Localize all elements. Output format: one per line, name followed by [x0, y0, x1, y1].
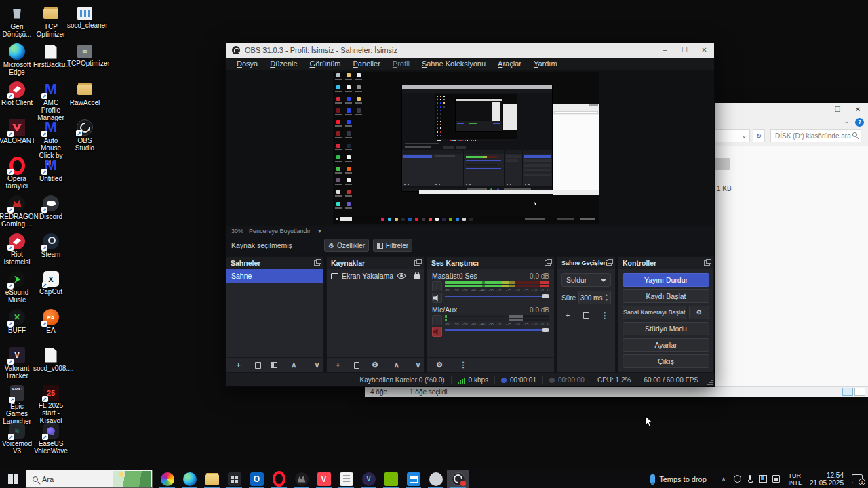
microphone-icon[interactable]	[747, 475, 754, 483]
notification-icon[interactable]: 1	[852, 474, 863, 483]
desktop-icon[interactable]: M↗AMC Profile Manager	[33, 81, 68, 121]
taskbar-app-voicemod[interactable]: V	[357, 470, 380, 488]
menu-dzenle[interactable]: Düzenle	[264, 60, 303, 68]
preview-fit-label[interactable]: Pencereye Boyutlandır	[249, 228, 311, 235]
desktop-icon[interactable]: ↗Discord	[33, 195, 68, 220]
explorer-minimize-button[interactable]: —	[807, 103, 827, 116]
taskbar-app-explorer[interactable]	[201, 470, 223, 488]
taskbar-app-obs[interactable]	[447, 470, 469, 488]
desktop-icon[interactable]: Microsoft Edge	[0, 43, 35, 76]
scene-up-button[interactable]: ∧	[288, 359, 300, 372]
weather-text[interactable]: Temps to drop	[659, 475, 707, 483]
remove-source-button[interactable]	[354, 362, 359, 369]
desktop-icon[interactable]: EA↗EA	[33, 309, 68, 334]
desktop-icon[interactable]: TCP Optimizer	[33, 5, 68, 38]
desktop-icon[interactable]: ✕↗BUFF	[0, 309, 35, 334]
add-transition-button[interactable]: +	[561, 309, 574, 321]
explorer-search-input[interactable]: DİSK (D:) klasöründe ara	[770, 129, 861, 142]
lock-icon[interactable]	[414, 274, 420, 279]
popout-icon[interactable]	[314, 260, 320, 266]
volume-slider[interactable]	[445, 293, 549, 299]
settings-button[interactable]: Ayarlar	[623, 338, 709, 352]
visibility-icon[interactable]	[397, 273, 406, 279]
taskbar-app-grayapp[interactable]	[425, 470, 447, 488]
desktop-icon[interactable]: M↗Untitled	[33, 157, 68, 182]
ribbon-collapse-icon[interactable]: ⌄	[844, 118, 849, 125]
desktop-icon[interactable]: ↗REDRAGON Gaming ...	[0, 195, 35, 228]
desktop-icon[interactable]: ↗VALORANT	[0, 119, 35, 144]
desktop-icon[interactable]: ↗Riot Client	[0, 81, 35, 106]
refresh-button[interactable]: ↻	[753, 129, 765, 142]
taskbar-app-opera[interactable]	[268, 470, 290, 488]
desktop-icon[interactable]: socd_v008....	[33, 347, 68, 372]
add-source-button[interactable]: +	[332, 359, 344, 372]
mixer-menu-button[interactable]: ⋮	[456, 359, 470, 372]
language-indicator[interactable]: TURINTL	[788, 472, 802, 486]
advanced-audio-button[interactable]: ⚙	[433, 359, 446, 372]
virtual-camera-settings-button[interactable]: ⚙	[689, 306, 709, 319]
menu-dosya[interactable]: Dosya	[231, 60, 264, 68]
source-down-button[interactable]: ∨	[412, 359, 424, 372]
menu-aralar[interactable]: Araçlar	[492, 60, 528, 68]
popout-icon[interactable]	[704, 260, 710, 266]
clock[interactable]: 12:5421.05.2025	[810, 472, 844, 487]
studio-mode-button[interactable]: Stüdyo Modu	[623, 322, 709, 336]
popout-icon[interactable]	[606, 260, 612, 266]
scene-down-button[interactable]: ∨	[311, 359, 323, 372]
taskbar-app-store[interactable]	[223, 470, 245, 488]
menu-sahnekoleksiyonu[interactable]: Sahne Koleksiyonu	[416, 60, 492, 68]
remove-transition-button[interactable]	[580, 309, 592, 321]
details-view-button[interactable]	[842, 388, 853, 396]
taskbar-app-paint-3d[interactable]	[156, 470, 178, 488]
taskbar-app-blueapp[interactable]	[402, 470, 425, 488]
exit-button[interactable]: Çıkış	[623, 354, 709, 368]
desktop-icon[interactable]: ↗OBS Studio	[67, 119, 102, 152]
desktop-icon[interactable]: X↗CapCut	[33, 271, 68, 296]
help-icon[interactable]: ?	[855, 118, 864, 127]
virtual-camera-button[interactable]: Sanal Kamerayı Başlat	[623, 306, 686, 319]
taskbar-app-valorant[interactable]: V	[313, 470, 335, 488]
desktop-icon[interactable]: ≣TCPOptimizer	[67, 43, 102, 67]
source-item[interactable]: Ekran Yakalama	[327, 269, 424, 283]
explorer-close-button[interactable]: ✕	[848, 103, 868, 116]
channel-menu-button[interactable]: ⋮	[432, 281, 442, 291]
desktop-icon[interactable]: V↗Valorant Tracker	[0, 347, 35, 380]
preview-fit-caret-icon[interactable]: ▼	[317, 229, 322, 234]
desktop-icon[interactable]: ↗Riot İstemcisi	[0, 233, 35, 266]
volume-slider[interactable]	[445, 327, 549, 333]
menu-grnm[interactable]: Görünüm	[304, 60, 347, 68]
desktop-icon[interactable]: socd_cleaner	[67, 5, 102, 29]
obs-titlebar[interactable]: OBS 31.0.3 - Profil: İsimsiz - Sahneler:…	[226, 43, 714, 58]
explorer-maximize-button[interactable]: ☐	[827, 103, 848, 116]
desktop-icon[interactable]: ↗EaseUS VoiceWave	[33, 423, 68, 455]
taskbar-search-box[interactable]: Ara	[26, 470, 153, 488]
filters-button[interactable]: Filtreler	[373, 239, 412, 252]
taskbar-app-calculator[interactable]	[335, 470, 357, 488]
network-icon[interactable]	[772, 475, 780, 483]
scene-filters-button[interactable]	[271, 362, 277, 368]
desktop-icon[interactable]: ↗Opera tarayıcı	[0, 157, 35, 190]
desktop-icon[interactable]: 25↗FL 2025 start - Kısayol	[33, 385, 68, 424]
desktop-icon[interactable]: ≈↗Voicemod V3	[0, 423, 35, 455]
desktop-icon[interactable]: RawAccel	[67, 81, 102, 106]
properties-button[interactable]: ⚙Özellikler	[324, 239, 369, 252]
add-scene-button[interactable]: +	[232, 359, 245, 372]
search-highlight-image[interactable]	[113, 471, 151, 487]
icons-view-button[interactable]	[854, 388, 865, 396]
desktop-icon[interactable]: ↗eSound Music	[0, 271, 35, 304]
obs-minimize-button[interactable]: –	[655, 43, 675, 58]
duration-spinner[interactable]: 300 ms▲▼	[578, 291, 611, 304]
transition-menu-button[interactable]: ⋮	[599, 309, 611, 321]
obs-maximize-button[interactable]: ☐	[675, 43, 694, 58]
desktop-icon[interactable]: Geri Dönüşü...	[0, 5, 35, 38]
obs-close-button[interactable]: ✕	[694, 43, 714, 58]
popout-icon[interactable]	[545, 260, 551, 266]
display-icon[interactable]	[760, 475, 767, 483]
obs-preview-canvas[interactable]	[333, 72, 599, 224]
desktop-icon[interactable]: ↗Steam	[33, 233, 68, 258]
transition-select[interactable]: Soldur	[561, 273, 611, 287]
tray-icon-1[interactable]	[734, 475, 741, 483]
mute-icon[interactable]	[432, 327, 442, 337]
menu-paneller[interactable]: Paneller	[347, 60, 386, 68]
start-button[interactable]	[0, 470, 26, 488]
